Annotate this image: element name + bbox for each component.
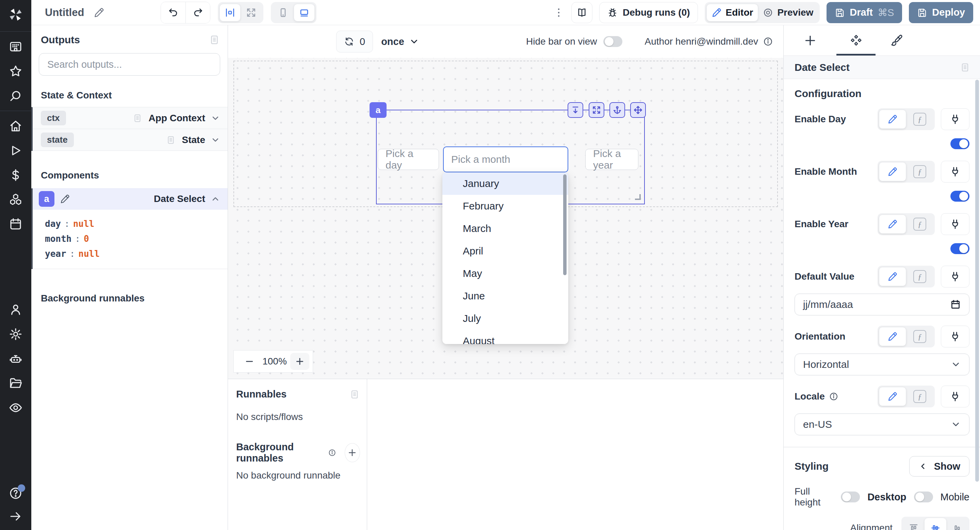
output-value-row[interactable]: month:0	[45, 231, 228, 246]
zoom-in-button[interactable]	[290, 353, 309, 370]
tab-component-settings[interactable]	[837, 25, 875, 56]
static-pencil-button[interactable]	[879, 162, 906, 181]
calendar-icon[interactable]	[950, 299, 961, 310]
connect-plug-button[interactable]	[941, 386, 969, 407]
more-menu-icon[interactable]	[553, 7, 565, 18]
resize-corner-handle[interactable]	[635, 194, 641, 200]
home-icon[interactable]	[0, 114, 31, 138]
month-option[interactable]: August	[442, 330, 568, 344]
component-row[interactable]: a Date Select	[33, 188, 228, 209]
component-id-badge[interactable]: a	[39, 191, 54, 207]
month-option[interactable]: February	[442, 195, 568, 217]
enable-year-toggle[interactable]	[950, 243, 969, 254]
chevron-down-icon[interactable]	[211, 113, 220, 123]
month-select-input[interactable]: Pick a month	[443, 147, 568, 172]
favorites-star-icon[interactable]	[0, 59, 31, 83]
settings-gear-icon[interactable]	[0, 322, 31, 346]
redo-button[interactable]	[185, 2, 210, 23]
rename-pencil-icon[interactable]	[60, 194, 70, 204]
connect-plug-button[interactable]	[941, 326, 969, 347]
collapse-arrow-icon[interactable]	[0, 506, 31, 527]
search-outputs-input[interactable]: Search outputs...	[39, 53, 220, 76]
draft-button[interactable]: Draft ⌘S	[827, 2, 902, 23]
runs-play-icon[interactable]	[0, 138, 31, 163]
mobile-toggle[interactable]	[914, 492, 933, 503]
component-id-badge[interactable]: a	[369, 102, 387, 118]
desktop-view-button[interactable]	[294, 4, 315, 21]
month-option[interactable]: June	[442, 285, 568, 307]
javascript-fx-button[interactable]: ƒ	[906, 387, 933, 406]
javascript-fx-button[interactable]: ƒ	[906, 215, 933, 234]
chevron-up-icon[interactable]	[211, 194, 220, 204]
editor-tab[interactable]: Editor	[706, 4, 759, 21]
anchor-handle[interactable]	[609, 102, 625, 118]
enable-day-toggle[interactable]	[950, 138, 969, 149]
panel-doc-icon[interactable]	[959, 62, 970, 73]
info-icon[interactable]	[763, 37, 773, 47]
edit-title-pencil-icon[interactable]	[94, 7, 105, 18]
static-pencil-button[interactable]	[879, 327, 906, 346]
output-value-row[interactable]: year:null	[45, 246, 228, 261]
locale-select[interactable]: en-US	[795, 413, 969, 435]
month-option[interactable]: July	[442, 307, 568, 330]
preview-tab[interactable]: Preview	[758, 4, 818, 21]
align-bottom-button[interactable]	[946, 518, 968, 530]
month-option[interactable]: April	[442, 240, 568, 262]
centered-layout-button[interactable]	[220, 4, 240, 21]
tab-insert-component[interactable]	[791, 25, 830, 56]
add-background-runnable-button[interactable]	[345, 443, 360, 462]
info-icon[interactable]	[829, 392, 838, 401]
javascript-fx-button[interactable]: ƒ	[906, 267, 933, 286]
default-value-date-input[interactable]: jj/mm/aaaa	[795, 294, 969, 315]
zoom-out-button[interactable]	[240, 353, 259, 370]
state-row[interactable]: state State	[33, 129, 228, 151]
folders-icon[interactable]	[0, 371, 31, 396]
align-top-button[interactable]	[903, 518, 924, 530]
hide-bar-toggle[interactable]	[603, 36, 622, 47]
output-value-row[interactable]: day:null	[45, 216, 228, 231]
search-icon[interactable]	[0, 83, 31, 108]
month-option[interactable]: May	[442, 262, 568, 285]
schedules-calendar-icon[interactable]	[0, 212, 31, 236]
debug-runs-button[interactable]: Debug runs (0)	[599, 2, 698, 23]
month-option[interactable]: March	[442, 217, 568, 240]
copy-doc-icon[interactable]	[166, 135, 176, 145]
connect-plug-button[interactable]	[941, 161, 969, 183]
workers-robot-icon[interactable]	[0, 346, 31, 371]
enable-month-toggle[interactable]	[950, 191, 969, 202]
static-pencil-button[interactable]	[879, 267, 906, 286]
info-icon[interactable]	[328, 448, 336, 458]
javascript-fx-button[interactable]: ƒ	[906, 162, 933, 181]
mobile-view-button[interactable]	[272, 4, 294, 21]
help-icon[interactable]	[0, 481, 31, 506]
connect-plug-button[interactable]	[941, 266, 969, 287]
fullsize-handle[interactable]	[589, 102, 605, 118]
static-pencil-button[interactable]	[879, 387, 906, 406]
app-canvas[interactable]: a Pick a day	[228, 58, 783, 379]
fullwidth-layout-button[interactable]	[240, 4, 262, 21]
docs-book-button[interactable]	[571, 2, 592, 23]
panel-scrollbar[interactable]	[975, 80, 979, 482]
connect-plug-button[interactable]	[941, 108, 969, 130]
javascript-fx-button[interactable]: ƒ	[906, 110, 933, 129]
deploy-button[interactable]: Deploy	[909, 2, 973, 23]
chevron-down-icon[interactable]	[211, 135, 220, 145]
tab-global-styling[interactable]	[877, 25, 916, 56]
refresh-count-button[interactable]: 0	[336, 31, 373, 53]
month-option[interactable]: January	[442, 172, 568, 195]
dropdown-scrollbar[interactable]	[563, 174, 566, 275]
show-styling-button[interactable]: Show	[909, 456, 969, 477]
apps-icon[interactable]	[0, 34, 31, 59]
full-height-toggle[interactable]	[841, 492, 860, 503]
move-handle[interactable]	[630, 102, 646, 118]
panel-doc-icon[interactable]	[349, 389, 360, 400]
audit-eye-icon[interactable]	[0, 396, 31, 420]
resources-cubes-icon[interactable]	[0, 187, 31, 212]
panel-doc-icon[interactable]	[208, 34, 220, 46]
day-select-input[interactable]: Pick a day	[378, 149, 439, 170]
copy-doc-icon[interactable]	[132, 113, 143, 123]
user-icon[interactable]	[0, 297, 31, 322]
static-pencil-button[interactable]	[879, 110, 906, 129]
static-pencil-button[interactable]	[879, 215, 906, 234]
align-center-button[interactable]	[924, 518, 946, 530]
